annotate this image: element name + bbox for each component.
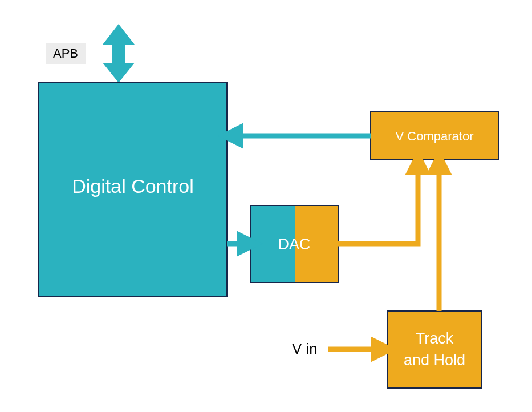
svg-marker-1 — [103, 24, 135, 83]
track-and-hold-line1: Track — [416, 330, 454, 347]
track-and-hold-line2: and Hold — [404, 352, 465, 369]
digital-control-label: Digital Control — [72, 175, 194, 197]
arrow-dac-to-comparator — [338, 172, 418, 244]
dac-label: DAC — [278, 236, 310, 253]
digital-control-block: Digital Control — [39, 83, 227, 297]
apb-label-box: APB — [46, 43, 86, 64]
svg-rect-7 — [388, 311, 482, 388]
adc-block-diagram: APB Digital Control DAC V Comparator Tra… — [0, 0, 532, 412]
v-comparator-label: V Comparator — [396, 129, 474, 143]
apb-double-arrow — [103, 24, 135, 83]
v-comparator-block: V Comparator — [371, 111, 499, 160]
apb-label: APB — [53, 46, 78, 60]
vin-label: V in — [292, 340, 318, 357]
track-and-hold-block: Track and Hold — [388, 311, 482, 388]
dac-block: DAC — [251, 205, 338, 282]
